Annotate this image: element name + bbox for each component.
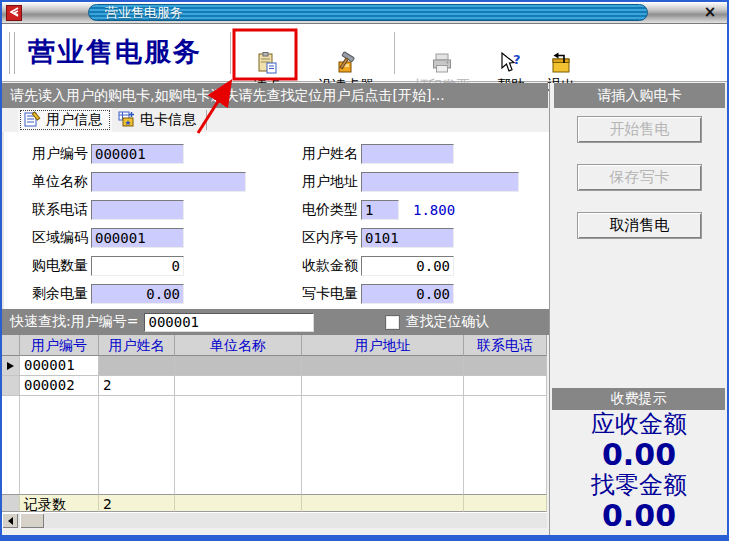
area-code-label: 区域编码 [26,229,88,247]
title-bar: 营业售电服务 × [2,2,727,24]
write-card-energy-label: 写卡电量 [296,285,358,303]
record-count-label: 记录数 [20,494,99,512]
locate-confirm-label: 查找定位确认 [405,313,489,331]
table-footer-row: 记录数 2 [2,494,547,512]
user-info-form: 用户编号 用户姓名 单位名称 用户地址 联系电话 电价类型 1.800 区域编码 [2,132,549,309]
tab-separator [206,110,207,130]
save-write-card-button: 保存写卡 [577,164,702,191]
receivable-amount-value: 0.00 [550,439,728,471]
insert-card-header: 请插入购电卡 [554,83,725,108]
prompt-bar: 请先读入用户的购电卡,如购电卡遗失请先查找定位用户后点击[开始]... [2,83,548,108]
user-id-field[interactable] [91,144,184,164]
scroll-left-button[interactable] [2,513,18,528]
table-header-row: 用户编号 用户姓名 单位名称 用户地址 联系电话 [2,335,547,356]
window-title: 营业售电服务 [89,4,183,22]
svg-text:?: ? [513,52,521,67]
tab-user-info[interactable]: 用户信息 [18,108,112,132]
toolbar-separator [394,32,396,74]
table-header-contact-phone[interactable]: 联系电话 [464,335,547,356]
tab-bar: 用户信息 电卡信息 [2,108,549,132]
card-reader-setup-icon [333,50,359,76]
read-card-icon [254,50,280,76]
current-row-pointer-icon [7,362,14,370]
toolbar-separator [230,32,232,74]
cell-user-id[interactable]: 000002 [20,376,99,396]
price-type-field[interactable] [361,200,399,220]
tab-card-info-label: 电卡信息 [140,111,196,129]
toolbar: 营业售电服务 读卡 [2,24,727,82]
tab-user-info-label: 用户信息 [46,111,102,129]
user-address-label: 用户地址 [296,173,358,191]
cell-unit-name[interactable] [175,376,302,396]
close-icon[interactable]: × [701,3,719,21]
write-card-energy-field[interactable] [361,284,454,304]
table-header-user-address[interactable]: 用户地址 [302,335,464,356]
cell-user-name[interactable]: 2 [99,376,175,396]
quick-search-label: 快速查找:用户编号= [10,313,138,331]
table-header-unit-name[interactable]: 单位名称 [175,335,302,356]
area-serial-label: 区内序号 [296,229,358,247]
horizontal-scrollbar[interactable] [2,512,547,528]
app-window: 营业售电服务 × 营业售电服务 读卡 [0,0,729,541]
amount-received-field[interactable] [361,256,454,276]
footer-selector-cell [2,494,20,512]
table-row[interactable]: 000001 [2,356,547,376]
cancel-sell-button[interactable]: 取消售电 [577,212,702,239]
remaining-energy-field[interactable] [91,284,184,304]
unit-name-label: 单位名称 [26,173,88,191]
page-title: 营业售电服务 [28,34,202,70]
unit-name-field[interactable] [91,172,246,192]
change-amount-value: 0.00 [550,500,728,532]
scroll-left-icon [8,517,13,525]
cell-user-address[interactable] [302,356,464,376]
change-amount-label: 找零金额 [550,471,728,500]
user-name-field[interactable] [361,144,454,164]
price-rate-value: 1.800 [413,202,455,218]
table-empty-area [2,396,547,494]
prompt-text: 请先读入用户的购电卡,如购电卡遗失请先查找定位用户后点击[开始]... [10,87,445,105]
sell-panel: 请插入购电卡 开始售电 保存写卡 取消售电 收费提示 应收金额 0.00 找零金… [549,83,727,535]
toolbar-gripper [12,32,15,74]
remaining-energy-label: 剩余电量 [26,285,88,303]
cell-contact-phone[interactable] [464,356,547,376]
cell-user-id[interactable]: 000001 [20,356,99,376]
quick-search-input[interactable] [144,313,314,332]
user-address-field[interactable] [361,172,519,192]
title-pill: 营业售电服务 [88,4,648,21]
table-header-user-name[interactable]: 用户姓名 [99,335,175,356]
price-type-label: 电价类型 [296,201,358,219]
cell-user-name[interactable] [99,356,175,376]
contact-phone-label: 联系电话 [26,201,88,219]
locate-confirm-checkbox[interactable] [386,316,399,329]
help-icon: ? [498,50,524,76]
table-header-selector [2,335,20,356]
print-invoice-icon [429,50,455,76]
record-count-value: 2 [99,494,175,512]
cell-contact-phone[interactable] [464,376,547,396]
user-table: 用户编号 用户姓名 单位名称 用户地址 联系电话 000001 000002 2 [2,335,549,528]
user-info-tab-icon [24,111,41,130]
row-selector-cell [2,356,20,376]
start-sell-button: 开始售电 [577,116,702,143]
row-selector-cell [2,376,20,396]
contact-phone-field[interactable] [91,200,184,220]
area-code-field[interactable] [91,228,184,248]
toolbar-gripper [7,32,10,74]
exit-icon [548,50,574,76]
table-row[interactable]: 000002 2 [2,376,547,396]
tab-card-info[interactable]: 电卡信息 [112,108,206,132]
purchase-qty-label: 购电数量 [26,257,88,275]
purchase-qty-field[interactable] [91,256,184,276]
amount-received-label: 收款金额 [296,257,358,275]
cell-user-address[interactable] [302,376,464,396]
fee-amounts: 应收金额 0.00 找零金额 0.00 [550,410,728,532]
cell-unit-name[interactable] [175,356,302,376]
scrollbar-thumb[interactable] [20,513,44,528]
fee-tip-header: 收费提示 [552,388,725,410]
user-id-label: 用户编号 [26,145,88,163]
app-logo-icon [6,5,22,21]
area-serial-field[interactable] [361,228,454,248]
table-header-user-id[interactable]: 用户编号 [20,335,99,356]
card-info-tab-icon [118,111,135,130]
user-name-label: 用户姓名 [296,145,358,163]
